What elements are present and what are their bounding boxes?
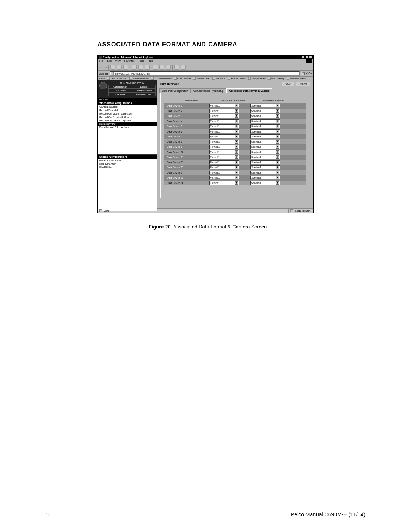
sidebar-item[interactable]: Record Schedule	[98, 109, 157, 112]
stop-button[interactable]	[110, 65, 115, 70]
mail-button[interactable]	[153, 65, 158, 70]
sidebar-item[interactable]: Camera Names	[98, 105, 157, 109]
format-select[interactable]: Format 1▼	[209, 119, 239, 123]
camera-select[interactable]: SpectraIII▼	[250, 104, 280, 108]
format-select[interactable]: Format 1▼	[209, 114, 239, 118]
link-item[interactable]: Product News	[228, 77, 246, 80]
address-input[interactable]: http://192.168.4.46/indexcfg.htm	[110, 71, 300, 76]
tab[interactable]: Communication Type Setup	[191, 88, 226, 93]
format-select[interactable]: Format 1▼	[209, 109, 239, 113]
chevron-down-icon: ▼	[235, 109, 238, 113]
minimize-button[interactable]: _	[301, 56, 305, 59]
camera-select[interactable]: SpectraIII▼	[250, 176, 280, 180]
discuss-button[interactable]	[174, 65, 179, 70]
sidebar-item[interactable]: Data Interface	[98, 122, 157, 126]
camera-select[interactable]: SpectraIII▼	[250, 119, 280, 123]
refresh-button[interactable]	[117, 65, 122, 70]
sidebar-item[interactable]: Record On Motion Detection	[98, 112, 157, 115]
camera-select[interactable]: SpectraIII▼	[250, 145, 280, 149]
sidebar-item[interactable]: Disk Allocation	[98, 162, 157, 166]
favorites-button[interactable]	[138, 65, 143, 70]
camera-select[interactable]: SpectraIII▼	[250, 134, 280, 139]
format-select[interactable]: Format 1▼	[209, 134, 239, 139]
sidebar-item[interactable]: Record On Events & Alarms	[98, 115, 157, 119]
chevron-down-icon: ▼	[276, 125, 279, 128]
format-select[interactable]: Format 1▼	[209, 160, 239, 165]
nav-live-video[interactable]: Live Video	[108, 89, 132, 93]
page-icon	[287, 77, 289, 80]
format-select[interactable]: Format 1▼	[209, 165, 239, 169]
link-item[interactable]: Customize Links	[151, 77, 172, 80]
edit-button[interactable]	[166, 65, 171, 70]
camera-select[interactable]: SpectraIII▼	[250, 171, 280, 175]
back-button[interactable]: ⇐	[99, 66, 102, 69]
format-select[interactable]: Format 1▼	[209, 104, 239, 108]
format-select[interactable]: Format 1▼	[209, 140, 239, 144]
addressbar: Address http://192.168.4.46/indexcfg.htm…	[98, 71, 313, 77]
save-button[interactable]: Save	[282, 82, 294, 86]
format-select[interactable]: Format 1▼	[209, 124, 239, 128]
sidebar-item[interactable]: Record On Data Exceptions	[98, 119, 157, 122]
chevron-down-icon: ▼	[235, 161, 238, 164]
device-name: Data Device 8	[164, 141, 209, 143]
format-select[interactable]: Format 1▼	[209, 155, 239, 159]
format-select[interactable]: Format 1▼	[209, 150, 239, 154]
table-row: Data Device 2Format 1▼SpectraIII▼	[164, 109, 306, 114]
format-select[interactable]: Format 1▼	[209, 171, 239, 175]
sidebar-item[interactable]: File Utilities	[98, 166, 157, 169]
messenger-button[interactable]	[181, 65, 186, 70]
device-name: Data Device 1	[164, 104, 209, 107]
home-button[interactable]	[123, 65, 128, 70]
nav-recorded-video[interactable]: Recorded Video	[132, 89, 156, 93]
cancel-button[interactable]: Cancel	[296, 82, 310, 86]
camera-select[interactable]: SpectraIII▼	[250, 109, 280, 113]
link-item[interactable]: Microsoft	[212, 77, 225, 80]
link-item[interactable]: Windows Media	[287, 77, 307, 80]
camera-select[interactable]: SpectraIII▼	[250, 140, 280, 144]
table-row: Data Device 10Format 1▼SpectraIII▼	[164, 150, 306, 155]
camera-select[interactable]: SpectraIII▼	[250, 160, 280, 165]
maximize-button[interactable]: □	[305, 56, 309, 59]
format-select[interactable]: Format 1▼	[209, 176, 239, 180]
camera-select[interactable]: SpectraIII▼	[250, 181, 280, 185]
history-button[interactable]	[145, 65, 150, 70]
camera-select[interactable]: SpectraIII▼	[250, 155, 280, 159]
nav-recorded-data[interactable]: Recorded Data	[132, 93, 156, 96]
sidebar-item[interactable]: General Information	[98, 159, 157, 162]
address-dropdown[interactable]: ▼	[301, 72, 305, 75]
main-panel: Data Interface Save Cancel Data Port Con…	[157, 80, 313, 208]
menu-view[interactable]: View	[115, 59, 121, 63]
menu-favorites[interactable]: Favorites	[124, 59, 135, 63]
link-item[interactable]: Best of the Web	[107, 77, 127, 80]
menu-help[interactable]: Help	[148, 59, 153, 63]
go-button[interactable]: ✓Go	[306, 72, 312, 75]
forward-button[interactable]: ⇒	[104, 66, 107, 69]
camera-select[interactable]: SpectraIII▼	[250, 165, 280, 169]
nav-live-data[interactable]: Live Data	[108, 93, 132, 96]
col-header-camera: Associated Camera	[254, 99, 292, 102]
link-item[interactable]: Internet Start	[193, 77, 210, 80]
print-button[interactable]	[159, 65, 164, 70]
nav-configuration[interactable]: Configuration	[108, 85, 132, 89]
menu-file[interactable]: File	[99, 59, 103, 63]
tab[interactable]: Data Port Configuration	[159, 88, 191, 93]
link-item[interactable]: Web Gallery	[268, 77, 284, 80]
nav-logout[interactable]: Logout	[132, 85, 156, 89]
camera-select[interactable]: SpectraIII▼	[250, 124, 280, 128]
camera-select[interactable]: SpectraIII▼	[250, 129, 280, 134]
link-item[interactable]: Free Hotmail	[174, 77, 191, 80]
close-button[interactable]: ×	[309, 56, 312, 59]
format-select[interactable]: Format 1▼	[209, 181, 239, 185]
tab[interactable]: Associated Data Format & Camera	[226, 88, 272, 93]
search-button[interactable]	[132, 65, 137, 70]
menu-tools[interactable]: Tools	[138, 59, 144, 63]
format-select[interactable]: Format 1▼	[209, 129, 239, 134]
link-item[interactable]: Channel Guide	[129, 77, 148, 80]
camera-select[interactable]: SpectraIII▼	[250, 114, 280, 118]
format-select[interactable]: Format 1▼	[209, 145, 239, 149]
sidebar-item[interactable]: Data Format & Exceptions	[98, 126, 157, 129]
table-row: Data Device 3Format 1▼SpectraIII▼	[164, 113, 306, 119]
camera-select[interactable]: SpectraIII▼	[250, 150, 280, 154]
menu-edit[interactable]: Edit	[107, 59, 111, 63]
link-item[interactable]: Today's Links	[248, 77, 266, 80]
